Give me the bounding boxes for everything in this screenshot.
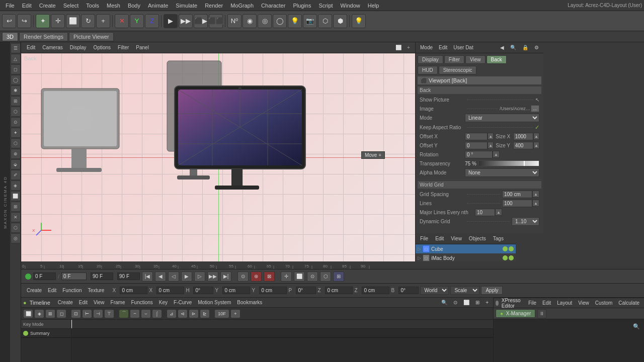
rp-nav-left[interactable]: ◀ xyxy=(498,44,507,51)
tl-extra1[interactable]: ⊙ xyxy=(451,299,460,306)
coord-y-pos[interactable] xyxy=(222,287,250,294)
xp-pause-btn[interactable]: ⏸ xyxy=(537,309,546,318)
menu-mesh[interactable]: Mesh xyxy=(103,2,124,10)
transform-mode-dropdown[interactable]: Scale Rotate xyxy=(450,286,479,295)
pb-btn-extra1[interactable]: ✛ xyxy=(281,272,292,282)
pb-btn-extra4[interactable]: ⬡ xyxy=(320,272,331,282)
offset-x-input[interactable] xyxy=(465,133,488,140)
tl-tb-3[interactable]: ⊞ xyxy=(45,309,55,318)
vp-expand-icon[interactable]: ⬜ xyxy=(394,43,403,52)
left-icon-15[interactable]: ⬜ xyxy=(11,191,21,201)
size-y-arrow[interactable]: ▲ xyxy=(533,142,539,149)
pb-btn-prev[interactable]: ◀ xyxy=(155,272,166,282)
menu-edit[interactable]: Edit xyxy=(19,2,35,10)
left-icon-11[interactable]: ⊕ xyxy=(11,149,21,159)
tb-scale[interactable]: ⬜ xyxy=(66,14,80,28)
tl-extra4[interactable]: + xyxy=(483,299,491,306)
vp-sm-cameras[interactable]: Cameras xyxy=(39,44,66,51)
left-icon-7[interactable]: ⬡ xyxy=(11,107,21,117)
rp-user-data[interactable]: User Dat xyxy=(451,44,475,51)
obj-row-imac[interactable]: ▷ □ iMac Body xyxy=(416,253,516,261)
size-x-arrow[interactable]: ▲ xyxy=(533,133,539,140)
pb-btn-next[interactable]: ▷ xyxy=(194,272,205,282)
keep-aspect-check[interactable]: ✓ xyxy=(535,124,539,131)
apply-button[interactable]: Apply xyxy=(481,286,503,295)
xp-calculate[interactable]: Calculate xyxy=(616,300,642,306)
menu-help[interactable]: Help xyxy=(364,2,383,10)
coord-menu-function[interactable]: Function xyxy=(60,287,84,294)
tl-track-content[interactable] xyxy=(71,320,493,362)
vp-sm-panel[interactable]: Panel xyxy=(132,44,152,51)
obj-visible-dot-cube[interactable] xyxy=(503,246,508,251)
tl-functions[interactable]: Functions xyxy=(128,299,155,306)
tl-tb-16[interactable]: ⊵ xyxy=(200,309,210,318)
menu-select[interactable]: Select xyxy=(60,2,83,10)
xp-view[interactable]: View xyxy=(576,300,592,306)
browse-button[interactable]: ... xyxy=(531,105,540,112)
coord-b[interactable] xyxy=(398,287,419,294)
left-icon-8[interactable]: ⊙ xyxy=(11,117,21,127)
left-icon-2[interactable]: △ xyxy=(11,54,21,64)
left-icon-13[interactable]: ✐ xyxy=(11,170,21,180)
tl-tb-5[interactable]: ⊡ xyxy=(71,309,81,318)
tb-render2[interactable]: ▶▶ xyxy=(179,14,193,28)
tb-camera[interactable]: 📷 xyxy=(303,14,317,28)
left-icon-17[interactable]: ✕ xyxy=(11,212,21,222)
rp-search[interactable]: 🔍 xyxy=(508,44,519,51)
grid-spacing-arrow[interactable]: ▲ xyxy=(532,191,539,198)
pb-start-frame[interactable] xyxy=(61,273,87,280)
offset-y-input[interactable] xyxy=(465,142,488,149)
tl-tb-6[interactable]: ⊢ xyxy=(82,309,92,318)
obj-menu-view[interactable]: View xyxy=(448,235,464,242)
pb-end-frame[interactable] xyxy=(91,273,113,280)
obj-menu-edit[interactable]: Edit xyxy=(433,235,446,242)
menu-tools[interactable]: Tools xyxy=(83,2,103,10)
layout-tab-picture[interactable]: Picture Viewer xyxy=(69,32,114,41)
vp-sm-options[interactable]: Options xyxy=(90,44,114,51)
pb-btn-prev2[interactable]: ◁ xyxy=(168,272,179,282)
tl-tb-18[interactable]: + xyxy=(230,309,240,318)
pb-btn-stop-red[interactable]: ⊠ xyxy=(264,272,275,282)
xpresso-content[interactable]: 🔍 xyxy=(494,319,644,362)
major-lines-input[interactable] xyxy=(475,209,495,216)
tb-render3[interactable]: ⬛▶ xyxy=(194,14,208,28)
tl-create[interactable]: Create xyxy=(55,299,75,306)
obj-render-dot-imac[interactable] xyxy=(509,255,514,260)
mode-dropdown[interactable]: Linear Tile xyxy=(465,114,539,122)
tb-x[interactable]: ✕ xyxy=(115,14,129,28)
left-icon-16[interactable]: ⊞ xyxy=(11,202,21,212)
size-x-input[interactable] xyxy=(513,133,533,140)
vs-tab-hud[interactable]: HUD xyxy=(418,66,438,74)
tb-render4[interactable]: ⬛⬛ xyxy=(209,14,223,28)
size-y-input[interactable] xyxy=(513,142,533,149)
tl-tb-11[interactable]: ⌣ xyxy=(141,309,151,318)
pb-btn-first[interactable]: |◀ xyxy=(142,272,153,282)
xp-edit[interactable]: Edit xyxy=(540,300,553,306)
pb-btn-extra2[interactable]: ⬜ xyxy=(294,272,305,282)
tl-key[interactable]: Key xyxy=(156,299,170,306)
tb-light[interactable]: 💡 xyxy=(288,14,302,28)
tb-move[interactable]: ✛ xyxy=(51,14,65,28)
pb-btn-record-red[interactable]: ⊛ xyxy=(251,272,262,282)
obj-menu-objects[interactable]: Objects xyxy=(466,235,489,242)
tb-objects1[interactable]: ◉ xyxy=(243,14,257,28)
pb-btn-play[interactable]: ▶ xyxy=(181,272,192,282)
transparency-bar[interactable] xyxy=(478,160,539,166)
xp-tab-manager[interactable]: ● X-Manager xyxy=(496,309,535,318)
lines-input[interactable] xyxy=(502,200,532,207)
pb-current-frame[interactable] xyxy=(33,273,56,280)
major-lines-arrow[interactable]: ▲ xyxy=(495,209,502,216)
tl-frame[interactable]: Frame xyxy=(108,299,128,306)
vp-sm-display[interactable]: Display xyxy=(66,44,90,51)
coord-p[interactable] xyxy=(296,287,316,294)
coord-menu-edit[interactable]: Edit xyxy=(45,287,59,294)
tb-lamp[interactable]: 💡 xyxy=(352,14,366,28)
menu-mograph[interactable]: MoGraph xyxy=(227,2,257,10)
rp-lock[interactable]: 🔒 xyxy=(520,44,531,51)
tl-tb-2[interactable]: ◈ xyxy=(34,309,44,318)
tb-select[interactable]: ✦ xyxy=(36,14,50,28)
tl-tb-8[interactable]: ⊤ xyxy=(104,309,114,318)
xp-custom[interactable]: Custom xyxy=(593,300,615,306)
obj-render-dot-cube[interactable] xyxy=(509,246,514,251)
pb-btn-last[interactable]: ▶| xyxy=(220,272,231,282)
